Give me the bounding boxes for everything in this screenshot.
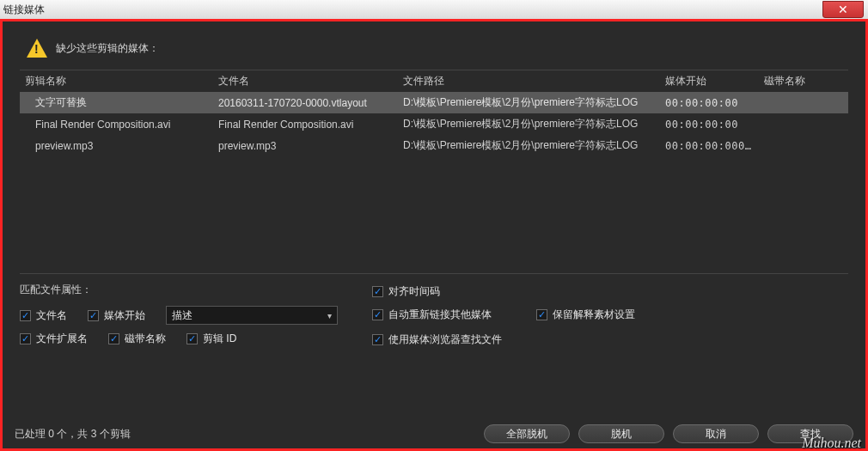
clip-table: 剪辑名称 文件名 文件路径 媒体开始 磁带名称 文字可替换20160311-17…	[20, 70, 848, 156]
cell-tape-name	[759, 135, 848, 156]
chk-media-start[interactable]: ✓媒体开始	[88, 308, 145, 323]
chk-file-name-label: 文件名	[36, 308, 67, 323]
clip-list: 剪辑名称 文件名 文件路径 媒体开始 磁带名称 文字可替换20160311-17…	[20, 70, 848, 274]
footer: 已处理 0 个，共 3 个剪辑 全部脱机 脱机 取消 查找	[9, 424, 859, 443]
cell-clip-name: preview.mp3	[20, 135, 213, 156]
warning-icon	[27, 39, 47, 58]
chevron-down-icon: ▾	[327, 311, 332, 320]
fieldset-title: 匹配文件属性：	[20, 283, 338, 297]
col-clip-name[interactable]: 剪辑名称	[20, 70, 213, 92]
warning-text: 缺少这些剪辑的媒体：	[56, 41, 159, 56]
window-title: 链接媒体	[3, 3, 45, 17]
chk-tape-name-label: 磁带名称	[125, 332, 166, 346]
cell-media-start: 00:00:00:00	[660, 113, 759, 135]
cell-tape-name	[759, 92, 848, 113]
chk-keep-interpret-label: 保留解释素材设置	[553, 308, 635, 322]
chk-media-start-label: 媒体开始	[104, 308, 145, 323]
col-file-name[interactable]: 文件名	[213, 70, 398, 92]
chk-align-timecode-label: 对齐时间码	[388, 284, 440, 299]
titlebar: 链接媒体 ✕	[0, 0, 868, 19]
col-file-path[interactable]: 文件路径	[398, 70, 660, 92]
chk-auto-relink[interactable]: ✓自动重新链接其他媒体	[372, 308, 502, 322]
search-button[interactable]: 查找	[767, 424, 853, 443]
table-row[interactable]: preview.mp3preview.mp3D:\模板\Premiere模板\2…	[20, 135, 848, 156]
col-tape-name[interactable]: 磁带名称	[759, 70, 848, 92]
cell-clip-name: 文字可替换	[20, 92, 213, 113]
options-right: ✓对齐时间码 ✓自动重新链接其他媒体 ✓保留解释素材设置 ✓使用媒体浏览器查找文…	[372, 283, 635, 347]
cell-file-name: preview.mp3	[213, 135, 398, 156]
chk-align-timecode[interactable]: ✓对齐时间码	[372, 284, 635, 299]
chk-file-name[interactable]: ✓文件名	[20, 308, 67, 323]
chk-clip-id-label: 剪辑 ID	[203, 332, 236, 346]
close-icon: ✕	[838, 3, 848, 16]
button-row: 全部脱机 脱机 取消 查找	[484, 424, 859, 443]
col-media-start[interactable]: 媒体开始	[660, 70, 759, 92]
dialog-body: 缺少这些剪辑的媒体： 剪辑名称 文件名 文件路径 媒体开始 磁带名称 文字可替换…	[0, 19, 868, 451]
offline-button[interactable]: 脱机	[578, 424, 664, 443]
options-area: 匹配文件属性： ✓文件名 ✓媒体开始 描述 ▾ ✓文件扩展名 ✓磁带名称 ✓剪辑…	[20, 283, 848, 347]
chk-use-media-browser[interactable]: ✓使用媒体浏览器查找文件	[372, 332, 502, 347]
dropdown-selected: 描述	[172, 308, 193, 323]
table-header-row: 剪辑名称 文件名 文件路径 媒体开始 磁带名称	[20, 70, 848, 92]
chk-file-ext[interactable]: ✓文件扩展名	[20, 332, 88, 346]
chk-auto-relink-label: 自动重新链接其他媒体	[388, 308, 492, 322]
table-row[interactable]: Final Render Composition.aviFinal Render…	[20, 113, 848, 135]
cell-tape-name	[759, 113, 848, 135]
cell-file-path: D:\模板\Premiere模板\2月份\premiere字符标志LOG	[398, 135, 660, 156]
all-offline-button[interactable]: 全部脱机	[484, 424, 570, 443]
close-button[interactable]: ✕	[822, 1, 864, 18]
chk-keep-interpret[interactable]: ✓保留解释素材设置	[536, 308, 635, 322]
chk-clip-id[interactable]: ✓剪辑 ID	[186, 332, 236, 346]
cell-file-name: Final Render Composition.avi	[213, 113, 398, 135]
description-dropdown[interactable]: 描述 ▾	[166, 306, 338, 325]
cell-media-start: 00:00:00:00000	[660, 135, 759, 156]
warning-row: 缺少这些剪辑的媒体：	[27, 39, 857, 58]
chk-use-media-browser-label: 使用媒体浏览器查找文件	[388, 332, 502, 347]
cell-media-start: 00:00:00:00	[660, 92, 759, 113]
chk-file-ext-label: 文件扩展名	[36, 332, 88, 346]
chk-tape-name[interactable]: ✓磁带名称	[108, 332, 166, 346]
cancel-button[interactable]: 取消	[673, 424, 759, 443]
cell-file-name: 20160311-170720-0000.vtlayout	[213, 92, 398, 113]
table-row[interactable]: 文字可替换20160311-170720-0000.vtlayoutD:\模板\…	[20, 92, 848, 113]
cell-file-path: D:\模板\Premiere模板\2月份\premiere字符标志LOG	[398, 92, 660, 113]
cell-file-path: D:\模板\Premiere模板\2月份\premiere字符标志LOG	[398, 113, 660, 135]
cell-clip-name: Final Render Composition.avi	[20, 113, 213, 135]
options-left: 匹配文件属性： ✓文件名 ✓媒体开始 描述 ▾ ✓文件扩展名 ✓磁带名称 ✓剪辑…	[20, 283, 338, 347]
status-text: 已处理 0 个，共 3 个剪辑	[9, 427, 131, 442]
